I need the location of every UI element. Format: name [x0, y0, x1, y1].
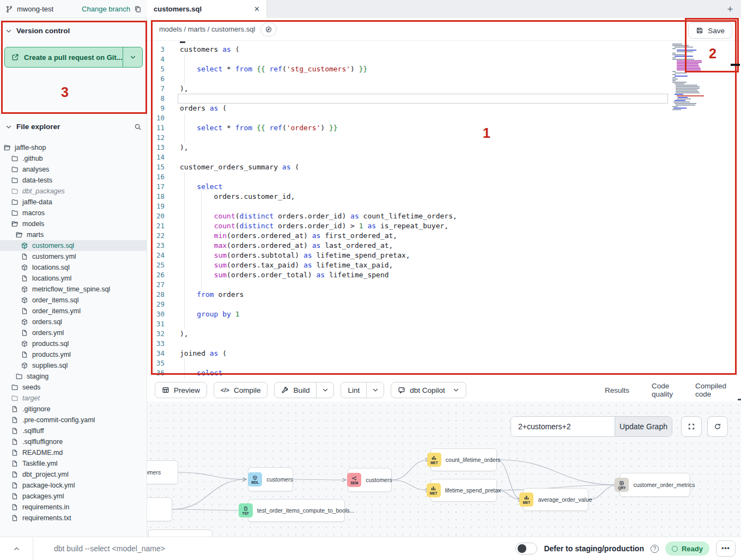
- tree-item[interactable]: requirements.in: [0, 502, 147, 513]
- tree-item[interactable]: customers.sql: [0, 240, 147, 251]
- search-icon[interactable]: [134, 123, 142, 131]
- copy-icon[interactable]: [134, 5, 142, 13]
- save-button[interactable]: Save: [688, 22, 732, 39]
- file-explorer-header[interactable]: File explorer: [5, 123, 142, 131]
- lineage-node-average-order-value[interactable]: METaverage_order_value: [523, 488, 588, 511]
- code-line[interactable]: [180, 153, 670, 162]
- code-line[interactable]: select * from {{ ref('stg_customers') }}: [180, 64, 670, 74]
- tree-item[interactable]: packages.yml: [0, 491, 147, 502]
- code-line[interactable]: [180, 358, 670, 368]
- tree-item[interactable]: locations.yml: [0, 273, 147, 284]
- tree-item[interactable]: products.yml: [0, 349, 147, 360]
- code-line[interactable]: [180, 339, 670, 349]
- tree-item[interactable]: macros: [0, 208, 147, 218]
- code-line[interactable]: count(distinct orders.order_id) as count…: [180, 211, 670, 221]
- tree-item[interactable]: target: [0, 393, 147, 404]
- code-line[interactable]: group by 1: [180, 309, 670, 319]
- change-branch-link[interactable]: Change branch: [82, 5, 130, 13]
- code-line[interactable]: [180, 54, 670, 64]
- create-pr-main[interactable]: Create a pull request on Git...: [5, 47, 123, 67]
- lint-dropdown[interactable]: [366, 382, 384, 398]
- tree-item[interactable]: jaffle-shop: [0, 142, 147, 153]
- code-line[interactable]: [180, 300, 670, 309]
- code-line[interactable]: select: [180, 182, 670, 192]
- create-pr-button[interactable]: Create a pull request on Git...: [4, 47, 143, 68]
- tree-item[interactable]: marts: [0, 229, 147, 240]
- build-dropdown[interactable]: [316, 382, 333, 398]
- tree-item[interactable]: Taskfile.yml: [0, 458, 147, 469]
- code-editor[interactable]: 3456789101112131415161718192021222324252…: [147, 41, 741, 379]
- tree-item[interactable]: customers.yml: [0, 251, 147, 262]
- tree-item[interactable]: .gitignore: [0, 404, 147, 415]
- tree-item[interactable]: .sqlfluffignore: [0, 436, 147, 447]
- lineage-node-lifetime-spend-pretax[interactable]: METlifetime_spend_pretax: [430, 479, 497, 502]
- tree-item[interactable]: models: [0, 218, 147, 229]
- tree-item[interactable]: dbt_packages: [0, 186, 147, 197]
- tree-item[interactable]: order_items.yml: [0, 306, 147, 316]
- close-icon[interactable]: ✕: [254, 5, 260, 13]
- code-line[interactable]: orders as (: [180, 104, 670, 113]
- code-line[interactable]: [180, 172, 670, 182]
- tree-item[interactable]: dbt_project.yml: [0, 469, 147, 480]
- code-line[interactable]: select * from {{ ref('orders') }}: [180, 123, 670, 133]
- code-line[interactable]: sum(orders.order_total) as lifetime_spen…: [180, 270, 670, 280]
- more-options-button[interactable]: •••: [716, 540, 736, 557]
- tab-code-quality[interactable]: Code quality: [652, 379, 673, 401]
- tree-item[interactable]: seeds: [0, 382, 147, 393]
- tree-item[interactable]: .github: [0, 153, 147, 164]
- update-graph-button[interactable]: Update Graph: [615, 417, 672, 436]
- help-icon[interactable]: ?: [651, 545, 659, 553]
- tree-item[interactable]: README.md: [0, 447, 147, 458]
- compile-button[interactable]: </>Compile: [214, 382, 268, 398]
- code-line[interactable]: min(orders.ordered_at) as first_ordered_…: [180, 231, 670, 241]
- code-lines[interactable]: customers as ( select * from {{ ref('stg…: [180, 45, 670, 378]
- expand-command-bar-icon[interactable]: [0, 545, 33, 552]
- tree-item[interactable]: orders.yml: [0, 327, 147, 338]
- lineage-panel[interactable]: stg_customersordersMDLcustomersTSTtest_o…: [147, 401, 741, 537]
- code-line[interactable]: ),: [180, 84, 670, 94]
- tree-item[interactable]: .pre-commit-config.yaml: [0, 415, 147, 425]
- tree-item[interactable]: orders.sql: [0, 316, 147, 327]
- refresh-button[interactable]: [707, 416, 728, 437]
- tree-item[interactable]: products.sql: [0, 338, 147, 349]
- tree-item[interactable]: jaffle-data: [0, 197, 147, 208]
- lineage-node-customer-order-metrics[interactable]: QRYcustomer_order_metrics: [619, 473, 690, 497]
- code-line[interactable]: orders.customer_id,: [180, 192, 670, 202]
- tree-item[interactable]: .sqlfluff: [0, 425, 147, 436]
- lineage-node-test-order-items[interactable]: TSTtest_order_items_compute_to_bools...: [248, 499, 345, 522]
- code-line[interactable]: ),: [180, 143, 670, 153]
- lineage-filter-input[interactable]: 2+customers+2: [511, 417, 615, 436]
- code-line[interactable]: customer_orders_summary as (: [180, 162, 670, 172]
- lineage-node-stg-customers[interactable]: stg_customers: [147, 460, 178, 484]
- code-line[interactable]: sum(orders.subtotal) as lifetime_spend_p…: [180, 251, 670, 260]
- code-line[interactable]: customers as (: [180, 45, 670, 54]
- code-line[interactable]: [180, 280, 670, 290]
- tree-item[interactable]: data-tests: [0, 175, 147, 186]
- code-line[interactable]: [180, 94, 670, 104]
- code-line[interactable]: [180, 319, 670, 329]
- code-line[interactable]: joined as (: [180, 349, 670, 358]
- tab-compiled-code[interactable]: Compiled code: [695, 379, 726, 401]
- fullscreen-button[interactable]: [681, 416, 702, 437]
- tab-customers-sql[interactable]: customers.sql ✕: [147, 0, 267, 18]
- tree-item[interactable]: supplies.sql: [0, 360, 147, 371]
- lineage-node-customers-mdl[interactable]: MDLcustomers: [248, 467, 293, 491]
- tree-item[interactable]: locations.sql: [0, 262, 147, 273]
- tree-item[interactable]: analyses: [0, 164, 147, 175]
- code-line[interactable]: from orders: [180, 290, 670, 300]
- build-button[interactable]: Build: [274, 382, 334, 398]
- tree-item[interactable]: order_items.sql: [0, 295, 147, 306]
- new-tab-button[interactable]: +: [719, 0, 741, 18]
- code-line[interactable]: sum(orders.tax_paid) as lifetime_tax_pai…: [180, 260, 670, 270]
- code-line[interactable]: count(distinct orders.order_id) > 1 as i…: [180, 221, 670, 231]
- code-line[interactable]: ),: [180, 329, 670, 339]
- version-control-header[interactable]: Version control: [5, 27, 70, 35]
- lineage-node-customers-sem[interactable]: SEMcustomers: [348, 468, 392, 492]
- copilot-button[interactable]: dbt Copilot: [391, 382, 466, 398]
- command-input[interactable]: dbt build --select <model_name>: [54, 544, 165, 553]
- lineage-node-orders[interactable]: orders: [147, 497, 172, 521]
- format-button[interactable]: [260, 22, 277, 36]
- tab-results[interactable]: Results: [605, 379, 629, 401]
- lineage-node-partial[interactable]: [148, 529, 212, 537]
- code-line[interactable]: max(orders.ordered_at) as last_ordered_a…: [180, 241, 670, 251]
